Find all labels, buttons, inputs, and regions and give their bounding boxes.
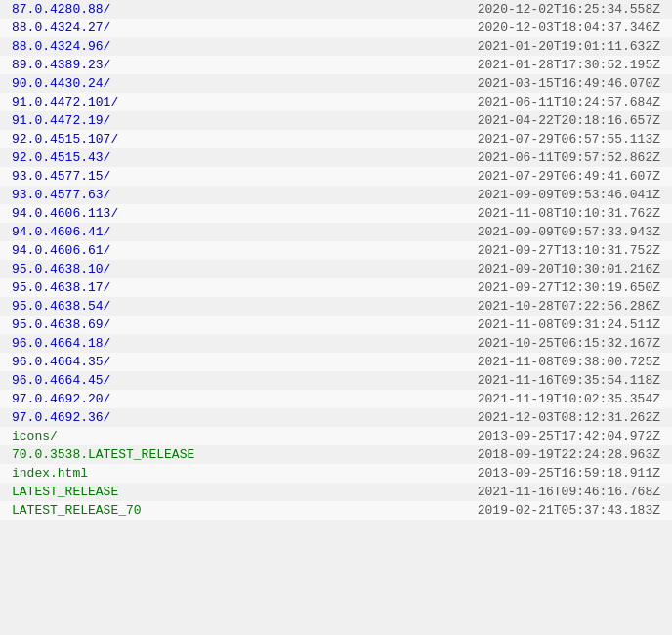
file-date: 2020-12-03T18:04:37.346Z	[478, 21, 660, 35]
table-row: 88.0.4324.27/2020-12-03T18:04:37.346Z	[0, 19, 672, 37]
table-row: 89.0.4389.23/2021-01-28T17:30:52.195Z	[0, 56, 672, 74]
file-date: 2021-01-20T19:01:11.632Z	[478, 39, 660, 54]
file-date: 2021-11-19T10:02:35.354Z	[478, 392, 660, 406]
file-name[interactable]: 94.0.4606.61/	[12, 243, 110, 258]
file-name[interactable]: 95.0.4638.10/	[12, 262, 110, 276]
table-row: 88.0.4324.96/2021-01-20T19:01:11.632Z	[0, 37, 672, 56]
file-date: 2018-09-19T22:24:28.963Z	[478, 447, 660, 462]
file-name[interactable]: 94.0.4606.41/	[12, 225, 110, 239]
file-date: 2013-09-25T17:42:04.972Z	[478, 429, 660, 444]
file-name[interactable]: 91.0.4472.19/	[12, 113, 110, 128]
file-listing: 87.0.4280.88/2020-12-02T16:25:34.558Z88.…	[0, 0, 672, 520]
table-row: 93.0.4577.15/2021-07-29T06:49:41.607Z	[0, 167, 672, 186]
table-row: 94.0.4606.41/2021-09-09T09:57:33.943Z	[0, 223, 672, 241]
file-date: 2020-12-02T16:25:34.558Z	[478, 2, 660, 17]
file-name[interactable]: 92.0.4515.43/	[12, 150, 110, 165]
table-row: icons/2013-09-25T17:42:04.972Z	[0, 427, 672, 445]
table-row: 96.0.4664.18/2021-10-25T06:15:32.167Z	[0, 334, 672, 353]
file-date: 2021-11-08T10:10:31.762Z	[478, 206, 660, 221]
table-row: 95.0.4638.54/2021-10-28T07:22:56.286Z	[0, 297, 672, 316]
file-date: 2021-07-29T06:57:55.113Z	[478, 132, 660, 147]
table-row: 94.0.4606.61/2021-09-27T13:10:31.752Z	[0, 241, 672, 260]
table-row: 91.0.4472.19/2021-04-22T20:18:16.657Z	[0, 111, 672, 130]
file-date: 2021-11-16T09:46:16.768Z	[478, 485, 660, 499]
file-date: 2021-04-22T20:18:16.657Z	[478, 113, 660, 128]
file-name[interactable]: 94.0.4606.113/	[12, 206, 118, 221]
file-name[interactable]: 90.0.4430.24/	[12, 76, 110, 91]
file-date: 2021-12-03T08:12:31.262Z	[478, 410, 660, 425]
file-name[interactable]: 93.0.4577.15/	[12, 169, 110, 184]
file-date: 2021-11-16T09:35:54.118Z	[478, 373, 660, 388]
table-row: 97.0.4692.20/2021-11-19T10:02:35.354Z	[0, 390, 672, 408]
table-row: 95.0.4638.10/2021-09-20T10:30:01.216Z	[0, 260, 672, 278]
table-row: LATEST_RELEASE_702019-02-21T05:37:43.183…	[0, 501, 672, 520]
file-name[interactable]: LATEST_RELEASE	[12, 485, 118, 499]
file-name[interactable]: 70.0.3538.LATEST_RELEASE	[12, 447, 194, 462]
table-row: 93.0.4577.63/2021-09-09T09:53:46.041Z	[0, 186, 672, 204]
file-name[interactable]: 87.0.4280.88/	[12, 2, 110, 17]
file-name[interactable]: 97.0.4692.20/	[12, 392, 110, 406]
file-name[interactable]: LATEST_RELEASE_70	[12, 503, 142, 518]
file-name[interactable]: 96.0.4664.18/	[12, 336, 110, 351]
file-date: 2021-09-09T09:53:46.041Z	[478, 188, 660, 202]
file-date: 2021-10-25T06:15:32.167Z	[478, 336, 660, 351]
table-row: 96.0.4664.35/2021-11-08T09:38:00.725Z	[0, 353, 672, 371]
file-date: 2021-01-28T17:30:52.195Z	[478, 58, 660, 72]
table-row: 97.0.4692.36/2021-12-03T08:12:31.262Z	[0, 408, 672, 427]
file-name[interactable]: 91.0.4472.101/	[12, 95, 118, 109]
file-date: 2021-10-28T07:22:56.286Z	[478, 299, 660, 314]
file-name[interactable]: 96.0.4664.35/	[12, 355, 110, 369]
file-name[interactable]: 95.0.4638.54/	[12, 299, 110, 314]
file-name[interactable]: 88.0.4324.96/	[12, 39, 110, 54]
file-name[interactable]: index.html	[12, 466, 88, 481]
table-row: 92.0.4515.107/2021-07-29T06:57:55.113Z	[0, 130, 672, 148]
file-date: 2021-07-29T06:49:41.607Z	[478, 169, 660, 184]
file-name[interactable]: 97.0.4692.36/	[12, 410, 110, 425]
file-date: 2019-02-21T05:37:43.183Z	[478, 503, 660, 518]
file-date: 2021-11-08T09:38:00.725Z	[478, 355, 660, 369]
file-date: 2021-03-15T16:49:46.070Z	[478, 76, 660, 91]
table-row: 95.0.4638.17/2021-09-27T12:30:19.650Z	[0, 278, 672, 297]
table-row: 87.0.4280.88/2020-12-02T16:25:34.558Z	[0, 0, 672, 19]
file-date: 2013-09-25T16:59:18.911Z	[478, 466, 660, 481]
table-row: 96.0.4664.45/2021-11-16T09:35:54.118Z	[0, 371, 672, 390]
file-name[interactable]: 96.0.4664.45/	[12, 373, 110, 388]
table-row: LATEST_RELEASE2021-11-16T09:46:16.768Z	[0, 483, 672, 501]
file-name[interactable]: 88.0.4324.27/	[12, 21, 110, 35]
file-date: 2021-09-20T10:30:01.216Z	[478, 262, 660, 276]
file-name[interactable]: 89.0.4389.23/	[12, 58, 110, 72]
file-date: 2021-09-27T12:30:19.650Z	[478, 280, 660, 295]
file-date: 2021-06-11T10:24:57.684Z	[478, 95, 660, 109]
table-row: 95.0.4638.69/2021-11-08T09:31:24.511Z	[0, 316, 672, 334]
file-name[interactable]: 95.0.4638.17/	[12, 280, 110, 295]
table-row: index.html2013-09-25T16:59:18.911Z	[0, 464, 672, 483]
table-row: 91.0.4472.101/2021-06-11T10:24:57.684Z	[0, 93, 672, 111]
table-row: 70.0.3538.LATEST_RELEASE2018-09-19T22:24…	[0, 445, 672, 464]
file-date: 2021-11-08T09:31:24.511Z	[478, 318, 660, 332]
file-date: 2021-06-11T09:57:52.862Z	[478, 150, 660, 165]
file-name[interactable]: 95.0.4638.69/	[12, 318, 110, 332]
table-row: 90.0.4430.24/2021-03-15T16:49:46.070Z	[0, 74, 672, 93]
table-row: 94.0.4606.113/2021-11-08T10:10:31.762Z	[0, 204, 672, 223]
file-name[interactable]: 93.0.4577.63/	[12, 188, 110, 202]
file-date: 2021-09-09T09:57:33.943Z	[478, 225, 660, 239]
file-name[interactable]: icons/	[12, 429, 58, 444]
table-row: 92.0.4515.43/2021-06-11T09:57:52.862Z	[0, 148, 672, 167]
file-name[interactable]: 92.0.4515.107/	[12, 132, 118, 147]
file-date: 2021-09-27T13:10:31.752Z	[478, 243, 660, 258]
